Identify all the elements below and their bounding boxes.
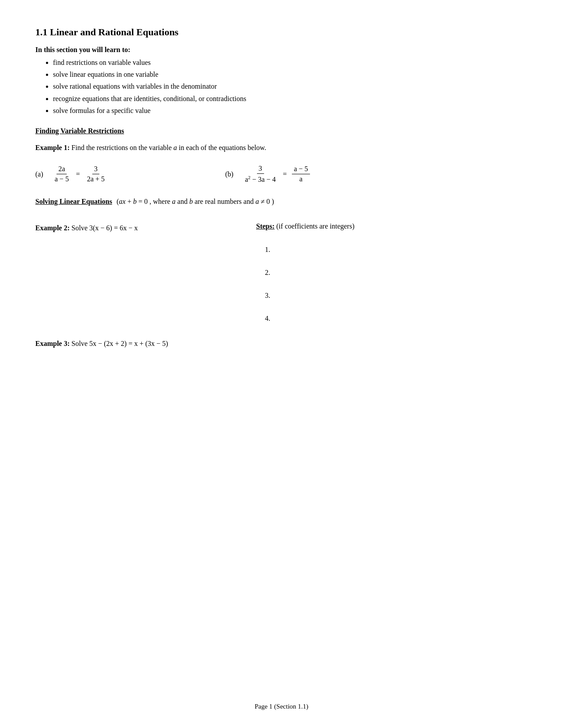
- equals-a: =: [76, 170, 80, 178]
- example2-label: Example 2:: [35, 224, 70, 232]
- example2-row: Example 2: Solve 3(x − 6) = 6x − x Steps…: [35, 214, 528, 322]
- intro-label: In this section you will learn to:: [35, 46, 528, 54]
- part-a-label: (a): [35, 170, 43, 178]
- frac-b-den1: a2 − 3a − 4: [243, 174, 278, 184]
- frac-b-den1-a: a: [245, 176, 248, 184]
- example2-line: Example 2: Solve 3(x − 6) = 6x − x: [35, 222, 256, 234]
- equals-b: =: [283, 170, 287, 178]
- steps-title: Steps:: [256, 222, 275, 230]
- fraction-a-left: 2a a − 5: [53, 165, 71, 184]
- bullet-4: recognize equations that are identities,…: [53, 93, 528, 105]
- frac-b-num2: a − 5: [292, 165, 310, 175]
- example2-equation: 3(x − 6) = 6x − x: [89, 224, 138, 232]
- step-4: 4.: [265, 315, 528, 322]
- frac-a-den1: a − 5: [53, 174, 71, 184]
- example2-left: Example 2: Solve 3(x − 6) = 6x − x: [35, 214, 256, 238]
- frac-b-den2: a: [298, 174, 304, 184]
- footer-text: Page 1 (Section 1.1): [255, 703, 309, 710]
- frac-b-num1: 3: [257, 164, 264, 174]
- bullet-5: solve formulas for a specific value: [53, 105, 528, 116]
- frac-a-num: 2a: [57, 165, 67, 175]
- steps-list: 1. 2. 3. 4.: [256, 246, 528, 322]
- example2-solve: Solve: [72, 224, 89, 232]
- solving-formula-text: (ax + b = 0 , where a and b are real num…: [117, 198, 274, 205]
- frac-a-num2: 3: [92, 165, 99, 175]
- steps-header: Steps: (if coefficients are integers): [256, 222, 528, 230]
- example1-equations: (a) 2a a − 5 = 3 2a + 5 (b) 3 a2 − 3a − …: [35, 164, 528, 185]
- solving-linear-section: Solving Linear Equations (ax + b = 0 , w…: [35, 198, 528, 206]
- steps-note: (if coefficients are integers): [276, 222, 355, 230]
- example3-section: Example 3: Solve 5x − (2x + 2) = x + (3x…: [35, 340, 528, 348]
- example1-label: Example 1:: [35, 144, 70, 151]
- example3-solve: Solve: [72, 340, 89, 347]
- equation-part-a: (a) 2a a − 5 = 3 2a + 5: [35, 165, 225, 184]
- bullet-1: find restrictions on variable values: [53, 56, 528, 68]
- bullet-2: solve linear equations in one variable: [53, 68, 528, 80]
- fraction-b-left: 3 a2 − 3a − 4: [243, 164, 278, 185]
- example3-equation: 5x − (2x + 2) = x + (3x − 5): [89, 340, 168, 347]
- bullet-list: find restrictions on variable values sol…: [53, 56, 528, 116]
- part-b-label: (b): [225, 170, 234, 178]
- solving-title: Solving Linear Equations: [35, 198, 112, 205]
- example1-description: Example 1: Find the restrictions on the …: [35, 142, 528, 154]
- bullet-3: solve rational equations with variables …: [53, 80, 528, 92]
- example2-right: Steps: (if coefficients are integers) 1.…: [256, 214, 528, 322]
- fraction-a-right: 3 2a + 5: [85, 165, 106, 184]
- page-footer: Page 1 (Section 1.1): [0, 703, 563, 710]
- finding-variable-restrictions-title: Finding Variable Restrictions: [35, 127, 528, 135]
- frac-a-den2: 2a + 5: [85, 174, 106, 184]
- step-1: 1.: [265, 246, 528, 253]
- equation-part-b: (b) 3 a2 − 3a − 4 = a − 5 a: [225, 164, 415, 185]
- fraction-b-right: a − 5 a: [292, 165, 310, 184]
- step-2: 2.: [265, 269, 528, 276]
- step-3: 3.: [265, 292, 528, 299]
- frac-b-den1-rest: − 3a − 4: [250, 176, 276, 184]
- example1-text: Find the restrictions on the variable a …: [72, 144, 266, 151]
- example3-label: Example 3:: [35, 340, 70, 347]
- section-title: 1.1 Linear and Rational Equations: [35, 26, 528, 38]
